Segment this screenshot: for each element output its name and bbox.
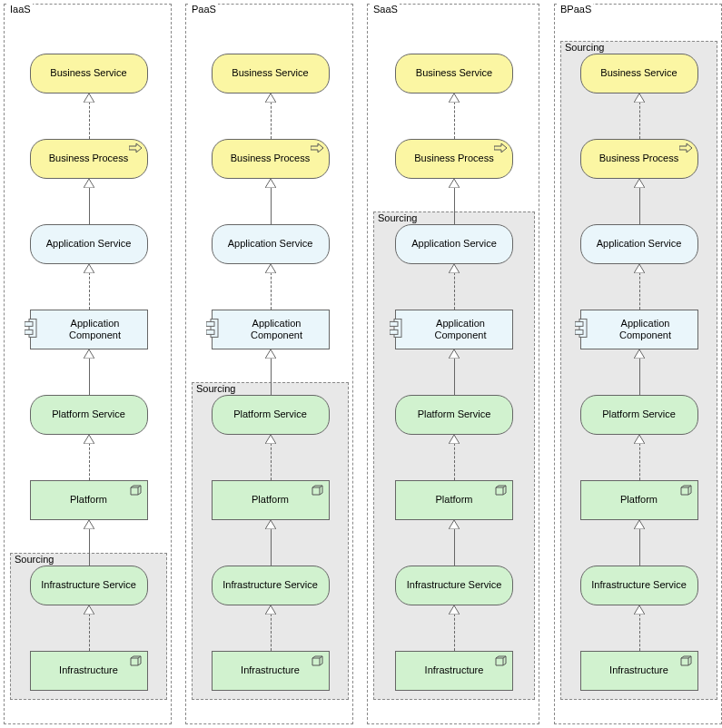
sourcing-label: Sourcing: [378, 212, 417, 223]
node-label: Application Component: [56, 318, 121, 341]
node-platform: Platform: [580, 480, 698, 520]
node-business-process: Business Process: [580, 139, 698, 179]
node-label: Infrastructure Service: [223, 579, 318, 591]
node-label: Application Component: [607, 318, 671, 341]
node-platform-service: Platform Service: [30, 395, 148, 435]
node-platform: Platform: [30, 480, 148, 520]
column-title: BPaaS: [559, 4, 593, 15]
node-label: Business Process: [599, 152, 678, 164]
node-label: Platform: [620, 494, 658, 506]
node-application-service: Application Service: [395, 224, 513, 264]
node-label: Platform: [252, 494, 289, 506]
node-label: Infrastructure: [609, 664, 668, 676]
node-label: Platform Service: [602, 408, 676, 420]
node-box3d-icon: [130, 655, 142, 669]
column-title: PaaS: [190, 4, 218, 15]
component-icon: [25, 318, 37, 340]
node-business-process: Business Process: [395, 139, 513, 179]
column-iaas: IaaSSourcingBusiness ServiceBusiness Pro…: [4, 4, 172, 724]
node-label: Business Process: [414, 152, 493, 164]
node-platform-service: Platform Service: [580, 395, 698, 435]
node-label: Business Service: [600, 67, 677, 79]
node-business-service: Business Service: [212, 54, 330, 93]
process-arrow-icon: [311, 143, 323, 155]
node-application-service: Application Service: [580, 224, 698, 264]
node-label: Business Process: [231, 152, 310, 164]
node-label: Infrastructure: [425, 664, 484, 676]
node-business-process: Business Process: [212, 139, 330, 179]
node-label: Platform Service: [233, 408, 307, 420]
node-label: Business Service: [50, 67, 126, 79]
component-icon: [390, 318, 402, 340]
node-box3d-icon: [312, 655, 323, 669]
node-box3d-icon: [680, 485, 692, 498]
node-platform-service: Platform Service: [395, 395, 513, 435]
node-label: Application Service: [228, 238, 313, 250]
svg-rect-2: [25, 330, 33, 334]
node-application-component: Application Component: [30, 310, 148, 349]
node-platform: Platform: [212, 480, 330, 520]
column-title: SaaS: [371, 4, 400, 15]
node-label: Platform: [70, 494, 107, 506]
process-arrow-icon: [494, 143, 507, 155]
node-label: Business Process: [49, 152, 128, 164]
node-infrastructure-service: Infrastructure Service: [580, 566, 698, 605]
node-business-service: Business Service: [30, 54, 148, 93]
node-label: Platform Service: [418, 408, 491, 420]
node-box3d-icon: [495, 485, 507, 498]
column-saas: SaaSSourcingBusiness ServiceBusiness Pro…: [367, 4, 539, 724]
node-label: Infrastructure Service: [41, 579, 136, 591]
node-label: Business Service: [232, 67, 308, 79]
node-infrastructure-service: Infrastructure Service: [212, 566, 330, 605]
node-label: Infrastructure Service: [407, 579, 502, 591]
node-label: Application Service: [46, 238, 132, 250]
node-infrastructure-service: Infrastructure Service: [30, 566, 148, 605]
node-label: Business Service: [416, 67, 492, 79]
sourcing-label: Sourcing: [15, 554, 54, 565]
column-title: IaaS: [8, 4, 33, 15]
node-application-component: Application Component: [395, 310, 513, 349]
svg-rect-10: [575, 321, 583, 326]
node-box3d-icon: [130, 485, 142, 498]
node-box3d-icon: [312, 485, 323, 498]
node-business-service: Business Service: [580, 54, 698, 93]
sourcing-label: Sourcing: [565, 42, 604, 53]
node-label: Infrastructure: [241, 664, 300, 676]
node-box3d-icon: [680, 655, 692, 669]
node-business-service: Business Service: [395, 54, 513, 93]
node-label: Infrastructure Service: [591, 579, 687, 591]
node-label: Application Service: [597, 238, 682, 250]
svg-rect-11: [575, 330, 583, 334]
column-paas: PaaSSourcingBusiness ServiceBusiness Pro…: [185, 4, 353, 724]
node-infrastructure: Infrastructure: [395, 651, 513, 691]
node-application-service: Application Service: [212, 224, 330, 264]
node-infrastructure: Infrastructure: [30, 651, 148, 691]
svg-rect-1: [25, 321, 33, 326]
column-bpaas: BPaaSSourcingBusiness ServiceBusiness Pr…: [554, 4, 722, 724]
node-application-component: Application Component: [580, 310, 698, 349]
node-infrastructure: Infrastructure: [580, 651, 698, 691]
node-label: Application Component: [238, 318, 302, 341]
node-application-component: Application Component: [212, 310, 330, 349]
node-infrastructure: Infrastructure: [212, 651, 330, 691]
svg-rect-4: [206, 321, 214, 326]
component-icon: [206, 318, 219, 340]
node-label: Infrastructure: [59, 664, 118, 676]
node-platform: Platform: [395, 480, 513, 520]
node-business-process: Business Process: [30, 139, 148, 179]
node-label: Application Service: [411, 238, 497, 250]
node-platform-service: Platform Service: [212, 395, 330, 435]
node-label: Platform: [436, 494, 473, 506]
process-arrow-icon: [679, 143, 692, 155]
svg-rect-5: [206, 330, 214, 334]
svg-rect-8: [390, 330, 398, 334]
node-box3d-icon: [495, 655, 507, 669]
node-label: Application Component: [422, 318, 487, 341]
node-label: Platform Service: [52, 408, 125, 420]
node-infrastructure-service: Infrastructure Service: [395, 566, 513, 605]
svg-rect-7: [390, 321, 398, 326]
node-application-service: Application Service: [30, 224, 148, 264]
component-icon: [575, 318, 588, 340]
sourcing-label: Sourcing: [196, 383, 235, 394]
process-arrow-icon: [129, 143, 142, 155]
